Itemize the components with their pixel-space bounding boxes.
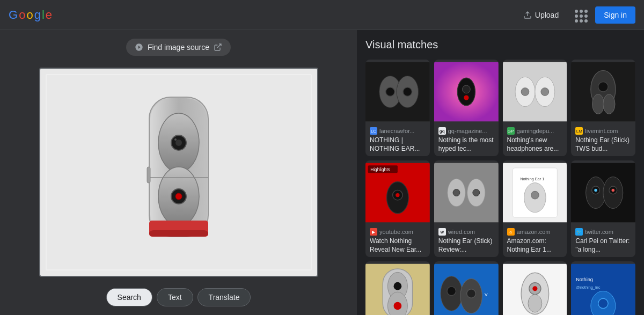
result-card-li[interactable]: LM livemint.com Nothing Ear (Stick) TWS … bbox=[571, 60, 635, 156]
source-gd: GP gamingdepu... bbox=[507, 127, 563, 135]
svg-point-26 bbox=[540, 88, 548, 96]
svg-text:Nothing: Nothing bbox=[576, 277, 593, 282]
source-wi: W wired.com bbox=[438, 228, 494, 236]
image-panel: Find image source bbox=[0, 30, 357, 315]
result-card-tr[interactable]: V ⚡ trustedrevie... Nothing Ear (1) vs N… bbox=[434, 261, 499, 315]
translate-button[interactable]: Translate bbox=[197, 288, 251, 306]
find-source-bar[interactable]: Find image source bbox=[126, 39, 231, 56]
desc-gd: Nothing's new headphones are... bbox=[507, 136, 563, 153]
result-image-yt: Highlights bbox=[365, 160, 430, 225]
favicon-li: LM bbox=[575, 127, 583, 135]
result-info-tw: 🐦 twitter.com Carl Pei on Twitter: "a lo… bbox=[571, 225, 635, 257]
upload-button[interactable]: Upload bbox=[517, 8, 565, 23]
result-card-wi[interactable]: W wired.com Nothing Ear (Stick) Review:.… bbox=[434, 160, 499, 257]
header-left: Google bbox=[9, 8, 52, 22]
external-link-icon bbox=[214, 43, 222, 52]
source-am: a amazon.com bbox=[507, 228, 563, 236]
image-container bbox=[9, 62, 348, 282]
svg-point-21 bbox=[464, 95, 469, 100]
svg-point-29 bbox=[598, 82, 608, 92]
desc-wi: Nothing Ear (Stick) Review:... bbox=[438, 237, 494, 254]
result-info-wi: W wired.com Nothing Ear (Stick) Review:.… bbox=[434, 225, 499, 257]
svg-point-71 bbox=[528, 295, 541, 312]
text-button[interactable]: Text bbox=[157, 288, 193, 306]
svg-point-8 bbox=[175, 193, 182, 200]
result-info-li: LM livemint.com Nothing Ear (Stick) TWS … bbox=[571, 124, 635, 156]
favicon-tw: 🐦 bbox=[575, 228, 583, 236]
desc-tw: Carl Pei on Twitter: "a long... bbox=[575, 237, 631, 254]
results-title: Visual matches bbox=[365, 39, 635, 51]
svg-point-70 bbox=[532, 287, 537, 291]
search-button[interactable]: Search bbox=[106, 288, 152, 306]
source-text-li: livemint.com bbox=[585, 128, 618, 134]
svg-point-20 bbox=[462, 85, 470, 93]
favicon-gq: gq bbox=[438, 127, 446, 135]
result-card-lc[interactable]: LC lanecrawfor... NOTHING | NOTHING EAR.… bbox=[365, 60, 430, 156]
source-text-lc: lanecrawfor... bbox=[379, 128, 414, 134]
svg-rect-10 bbox=[149, 230, 208, 237]
result-card-la[interactable]: L lazada.sg Nothing - Buy Nothing at Bes… bbox=[503, 261, 567, 315]
svg-text:Nothing Ear 1: Nothing Ear 1 bbox=[520, 177, 544, 181]
main-content: Find image source bbox=[0, 30, 644, 315]
svg-point-24 bbox=[521, 88, 529, 96]
source-lc: LC lanecrawfor... bbox=[370, 127, 426, 135]
find-source-label: Find image source bbox=[148, 43, 209, 52]
result-info-lc: LC lanecrawfor... NOTHING | NOTHING EAR.… bbox=[365, 124, 430, 156]
upload-label: Upload bbox=[535, 11, 559, 19]
result-image-tr: V bbox=[434, 261, 499, 315]
svg-point-51 bbox=[595, 189, 598, 192]
result-card-tw2[interactable]: Nothing @nothing_inc 🐦 twitter.com Nothi… bbox=[571, 261, 635, 315]
svg-point-60 bbox=[394, 302, 402, 310]
source-text-yt: youtube.com bbox=[379, 229, 413, 235]
svg-point-42 bbox=[473, 189, 480, 196]
source-yt: ▶ youtube.com bbox=[370, 228, 426, 236]
svg-point-5 bbox=[174, 138, 177, 141]
svg-point-47 bbox=[531, 191, 539, 199]
result-image-tw2: Nothing @nothing_inc bbox=[571, 261, 635, 315]
result-card-tw[interactable]: 🐦 twitter.com Carl Pei on Twitter: "a lo… bbox=[571, 160, 635, 257]
svg-point-40 bbox=[453, 189, 460, 196]
upload-icon bbox=[523, 11, 532, 19]
result-card-yt[interactable]: Highlights ▶ youtube.com Watch Nothing R… bbox=[365, 160, 430, 257]
results-panel[interactable]: Visual matches LC lanecrawfor. bbox=[357, 30, 644, 315]
result-image-am: Nothing Ear 1 bbox=[503, 160, 567, 225]
svg-text:@nothing_inc: @nothing_inc bbox=[576, 285, 600, 290]
result-card-am[interactable]: Nothing Ear 1 a amazon.com Amazon.com: N… bbox=[503, 160, 567, 257]
result-card-gq[interactable]: gq gq-magazine... Nothing is the most hy… bbox=[434, 60, 499, 156]
favicon-yt: ▶ bbox=[370, 228, 377, 236]
svg-text:Highlights: Highlights bbox=[370, 167, 390, 173]
source-gq: gq gq-magazine... bbox=[438, 127, 494, 135]
header-right: Upload Sign in bbox=[517, 6, 635, 24]
result-image-gq bbox=[434, 60, 499, 124]
svg-point-37 bbox=[396, 193, 399, 197]
product-image bbox=[133, 86, 224, 258]
svg-text:V: V bbox=[485, 292, 488, 297]
svg-point-17 bbox=[403, 87, 412, 97]
svg-point-58 bbox=[394, 282, 402, 290]
source-tw: 🐦 twitter.com bbox=[575, 228, 631, 236]
source-text-wi: wired.com bbox=[448, 229, 475, 235]
lens-icon bbox=[135, 43, 143, 52]
result-info-am: a amazon.com Amazon.com: Nothing Ear 1..… bbox=[503, 225, 567, 257]
svg-point-30 bbox=[592, 94, 604, 114]
svg-point-65 bbox=[467, 289, 476, 298]
result-card-wi2[interactable]: W wired.com How Nothing Designed 'Ear 1.… bbox=[365, 261, 430, 315]
desc-lc: NOTHING | NOTHING EAR... bbox=[370, 136, 426, 153]
result-image-li bbox=[571, 60, 635, 124]
result-card-gd[interactable]: GP gamingdepu... Nothing's new headphone… bbox=[503, 60, 567, 156]
svg-rect-12 bbox=[147, 167, 150, 183]
favicon-am: a bbox=[507, 228, 515, 236]
svg-point-4 bbox=[175, 140, 182, 146]
google-logo: Google bbox=[9, 8, 52, 22]
result-image-la bbox=[503, 261, 567, 315]
favicon-lc: LC bbox=[370, 127, 377, 135]
svg-point-76 bbox=[598, 299, 608, 309]
desc-am: Amazon.com: Nothing Ear 1... bbox=[507, 237, 563, 254]
apps-button[interactable] bbox=[574, 9, 587, 21]
signin-button[interactable]: Sign in bbox=[595, 6, 635, 24]
result-info-yt: ▶ youtube.com Watch Nothing Reveal New E… bbox=[365, 225, 430, 257]
source-text-am: amazon.com bbox=[517, 229, 551, 235]
result-image-lc bbox=[365, 60, 430, 124]
source-text-gd: gamingdepu... bbox=[517, 128, 554, 134]
result-image-gd bbox=[503, 60, 567, 124]
